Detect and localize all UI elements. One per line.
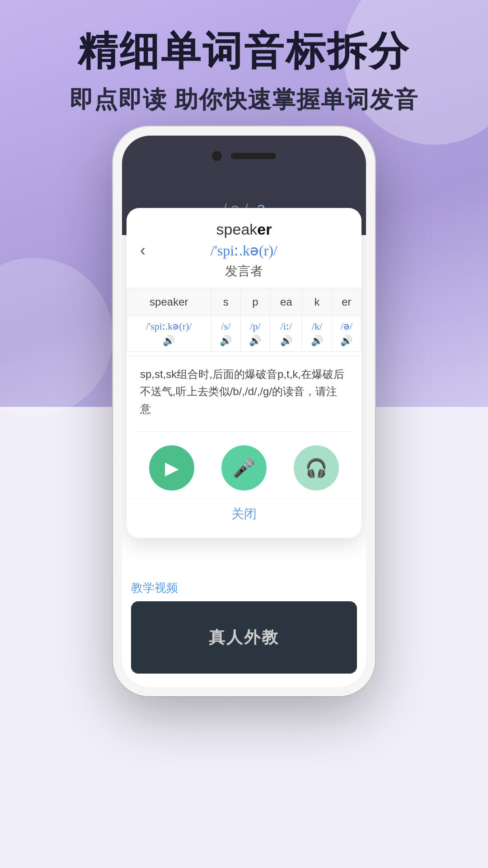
card-divider bbox=[136, 431, 352, 432]
phonetic-cell-2[interactable]: /p/ 🔊 bbox=[240, 316, 270, 352]
title-section: 精细单词音标拆分 即点即读 助你快速掌握单词发音 bbox=[0, 27, 488, 116]
phonetic-cell-0[interactable]: /'spiː.kə(r)/ 🔊 bbox=[127, 316, 211, 352]
teaching-label: 教学视频 bbox=[131, 580, 357, 596]
speaker-icon-1[interactable]: 🔊 bbox=[214, 335, 238, 347]
phonetic-text-5: /ə/ bbox=[335, 321, 358, 332]
card-meaning: 发言者 bbox=[127, 263, 361, 280]
headphone-icon: 🎧 bbox=[305, 458, 328, 479]
phonetic-text-0: /'spiː.kə(r)/ bbox=[130, 321, 208, 332]
speaker-icon-2[interactable]: 🔊 bbox=[244, 335, 267, 347]
mic-button[interactable]: 🎤 bbox=[221, 445, 267, 491]
col-header-3[interactable]: ea bbox=[270, 288, 302, 316]
phonetic-cell-4[interactable]: /k/ 🔊 bbox=[302, 316, 332, 352]
word-bold: er bbox=[257, 221, 272, 238]
phone-notch bbox=[199, 149, 289, 163]
speaker-icon-0[interactable]: 🔊 bbox=[130, 335, 208, 347]
word-card: speaker ‹ /'spiː.kə(r)/ 发言者 speaker s p bbox=[127, 208, 361, 538]
phonetic-text-4: /k/ bbox=[305, 321, 328, 332]
mic-icon: 🎤 bbox=[233, 458, 255, 479]
phonetic-table: speaker s p ea k er /'spiː.kə(r)/ � bbox=[127, 288, 361, 352]
col-header-4[interactable]: k bbox=[302, 288, 332, 316]
speaker-icon-3[interactable]: 🔊 bbox=[273, 335, 299, 347]
speaker-icon-4[interactable]: 🔊 bbox=[305, 335, 328, 347]
phonetic-cell-3[interactable]: /iː/ 🔊 bbox=[270, 316, 302, 352]
phone-mockup: / ə / a speaker ‹ /'spiː.kə(r)/ 发言者 bbox=[113, 127, 375, 696]
phonetic-text-3: /iː/ bbox=[273, 321, 299, 332]
phonetic-cell-1[interactable]: /s/ 🔊 bbox=[211, 316, 240, 352]
col-header-5[interactable]: er bbox=[332, 288, 361, 316]
card-header-row: ‹ /'spiː.kə(r)/ bbox=[127, 242, 361, 259]
video-label: 真人外教 bbox=[209, 627, 279, 649]
phonetic-text-2: /p/ bbox=[244, 321, 267, 332]
phone-outer: / ə / a speaker ‹ /'spiː.kə(r)/ 发言者 bbox=[113, 127, 375, 696]
phonetic-text-1: /s/ bbox=[214, 321, 238, 332]
speaker-icon-5[interactable]: 🔊 bbox=[335, 335, 358, 347]
speaker-bar bbox=[231, 153, 276, 159]
phone-screen: / ə / a speaker ‹ /'spiː.kə(r)/ 发言者 bbox=[122, 136, 366, 687]
video-thumbnail[interactable]: 真人外教 bbox=[131, 601, 357, 674]
sub-title: 即点即读 助你快速掌握单词发音 bbox=[27, 84, 461, 116]
headphone-button[interactable]: 🎧 bbox=[294, 445, 339, 491]
phonetic-cell-5[interactable]: /ə/ 🔊 bbox=[332, 316, 361, 352]
note-text: sp,st,sk组合时,后面的爆破音p,t,k,在爆破后不送气,听上去类似/b/… bbox=[127, 356, 361, 427]
close-button[interactable]: 关闭 bbox=[127, 499, 361, 529]
play-button[interactable]: ▶ bbox=[149, 445, 194, 491]
col-header-2[interactable]: p bbox=[240, 288, 270, 316]
col-header-0[interactable]: speaker bbox=[127, 288, 211, 316]
col-header-1[interactable]: s bbox=[211, 288, 240, 316]
play-icon: ▶ bbox=[165, 458, 179, 478]
word-title: speaker bbox=[127, 208, 361, 242]
action-buttons: ▶ 🎤 🎧 bbox=[127, 436, 361, 495]
card-phonetic: /'spiː.kə(r)/ bbox=[211, 242, 277, 259]
main-title: 精细单词音标拆分 bbox=[27, 27, 461, 75]
camera-dot bbox=[212, 151, 222, 161]
back-arrow[interactable]: ‹ bbox=[140, 241, 145, 260]
phone-bottom-section: 教学视频 真人外教 bbox=[131, 580, 357, 674]
